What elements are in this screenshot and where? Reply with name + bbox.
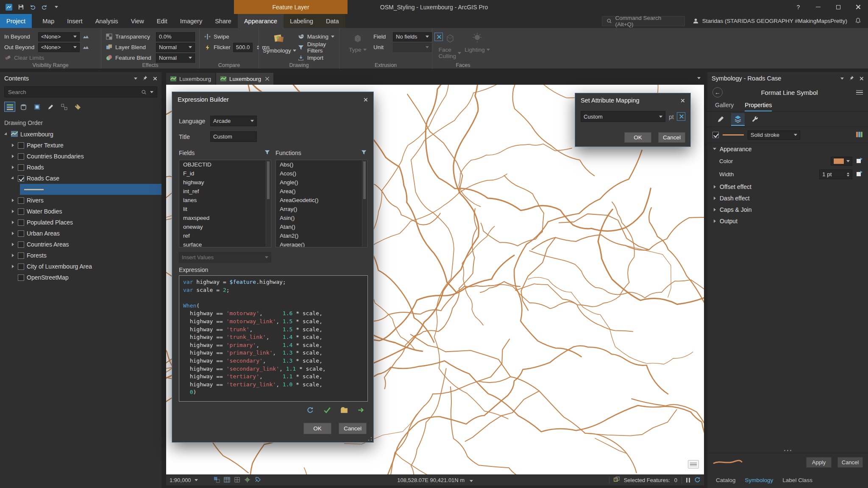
close-icon[interactable] — [153, 77, 157, 80]
coordinates-options-icon[interactable] — [470, 480, 473, 482]
layer-checkbox[interactable] — [18, 241, 24, 248]
apply-button[interactable]: Apply — [806, 457, 832, 468]
layer-checkbox[interactable] — [18, 219, 24, 226]
layer-row[interactable]: Paper Texture — [0, 140, 161, 151]
preview-resize-handle[interactable] — [707, 448, 868, 453]
display-filters-button[interactable]: Display Filters — [298, 42, 335, 53]
ribbon-tab[interactable]: Share — [209, 14, 238, 28]
layer-row[interactable]: Countries Areas — [0, 239, 161, 250]
panel-options-icon[interactable] — [856, 90, 863, 95]
color-attribute-mapping-icon[interactable] — [856, 157, 863, 165]
tab-overflow-icon[interactable] — [697, 77, 701, 79]
function-item[interactable]: Array() — [276, 205, 367, 214]
collapsed-section-header[interactable]: Dash effect — [707, 192, 868, 204]
ribbon-tab[interactable]: Edit — [150, 14, 174, 28]
field-item[interactable]: ref — [179, 231, 271, 240]
field-item[interactable]: maxspeed — [179, 214, 271, 222]
layer-row[interactable]: Water Bodies — [0, 206, 161, 217]
layer-row[interactable]: Roads — [0, 162, 161, 173]
insert-values-combo[interactable]: Insert Values — [179, 252, 271, 263]
function-item[interactable]: Atan2() — [276, 231, 367, 240]
expression-code[interactable]: var highway = $feature.highway;var scale… — [179, 275, 368, 402]
fields-scrollbar[interactable] — [266, 161, 270, 247]
function-item[interactable]: Average() — [276, 240, 367, 247]
contents-search-input[interactable]: Search — [4, 86, 157, 97]
expression-toggle-button[interactable] — [677, 112, 685, 121]
list-by-drawing-order-icon[interactable] — [4, 102, 15, 112]
ribbon-tab[interactable]: Insert — [61, 14, 89, 28]
mapping-value-combo[interactable]: Custom — [581, 111, 665, 122]
symbol-layer-options-icon[interactable] — [856, 131, 863, 139]
ribbon-tab[interactable]: View — [125, 14, 150, 28]
expander-icon[interactable] — [10, 232, 15, 235]
layer-checkbox[interactable] — [18, 252, 24, 259]
functions-filter-icon[interactable] — [361, 150, 367, 156]
title-input[interactable]: Custom — [210, 131, 257, 142]
expander-icon[interactable] — [10, 166, 15, 169]
function-item[interactable]: Area() — [276, 187, 367, 196]
layer-checkbox[interactable] — [18, 164, 24, 171]
redo-icon[interactable] — [41, 3, 48, 11]
close-icon[interactable] — [364, 98, 367, 102]
import-button[interactable]: Import — [298, 53, 335, 63]
customize-qat-icon[interactable] — [53, 3, 60, 11]
map-item-row[interactable]: Luxembourg — [0, 129, 161, 140]
basemap-row[interactable]: OpenStreetMap — [0, 272, 161, 283]
grid-icon[interactable] — [234, 477, 240, 484]
list-by-snapping-icon[interactable] — [58, 102, 70, 112]
expander-icon[interactable] — [10, 265, 15, 268]
clear-limits-button[interactable]: Clear Limits — [4, 53, 97, 63]
expander-icon[interactable] — [10, 221, 15, 224]
save-icon[interactable] — [17, 3, 25, 11]
layer-checkbox[interactable] — [18, 263, 24, 270]
help-button[interactable]: ? — [788, 0, 808, 14]
open-expression-icon[interactable] — [340, 406, 348, 415]
cancel-button[interactable]: Cancel — [658, 132, 685, 143]
layer-checkbox[interactable] — [18, 142, 24, 149]
symbol-structure-tab-icon[interactable] — [748, 113, 762, 126]
expander-icon[interactable] — [10, 210, 15, 213]
attribute-table-icon[interactable] — [224, 477, 230, 484]
list-by-source-icon[interactable] — [18, 102, 29, 112]
function-item[interactable]: Angle() — [276, 178, 367, 187]
pin-icon[interactable] — [142, 75, 147, 82]
map-view-tab[interactable]: Luxembourg — [166, 73, 215, 85]
extrusion-field-combo[interactable]: No fields — [393, 32, 432, 42]
verify-expression-icon[interactable] — [323, 406, 331, 415]
width-input[interactable]: 1 pt — [819, 169, 852, 179]
stroke-type-combo[interactable]: Solid stroke — [748, 130, 800, 140]
select-tool-icon[interactable] — [214, 477, 220, 484]
user-account[interactable]: Staridas (STARIDAS GEOGRAPHY #MakingMaps… — [693, 18, 847, 24]
cancel-button[interactable]: Cancel — [339, 423, 367, 434]
tab-properties[interactable]: Properties — [745, 102, 772, 111]
reset-expression-icon[interactable] — [306, 406, 314, 415]
refresh-icon[interactable] — [694, 477, 701, 484]
face-culling-button[interactable]: Face Culling — [437, 31, 463, 60]
map-overview-toggle[interactable] — [688, 460, 699, 469]
function-item[interactable]: Acos() — [276, 169, 367, 178]
undo-icon[interactable] — [29, 3, 36, 11]
extrusion-type-button[interactable]: Type — [344, 31, 372, 54]
map-coordinates[interactable]: 108,528.07E 90,421.01N m — [397, 477, 465, 483]
field-item[interactable]: highway — [179, 178, 271, 187]
layer-row[interactable]: Rivers — [0, 195, 161, 206]
cancel-button[interactable]: Cancel — [837, 457, 863, 468]
symbol-general-tab-icon[interactable] — [714, 113, 728, 126]
feature-blend-combo[interactable]: Normal — [156, 53, 195, 63]
close-icon[interactable] — [860, 77, 863, 80]
list-by-labeling-icon[interactable] — [72, 102, 83, 112]
ok-button[interactable]: OK — [303, 423, 331, 434]
layer-checkbox[interactable] — [18, 175, 24, 182]
field-item[interactable]: int_ref — [179, 187, 271, 196]
field-item[interactable]: surface — [179, 240, 271, 247]
snapping-icon[interactable] — [244, 477, 250, 484]
layer-row[interactable]: Roads Case — [0, 173, 161, 184]
in-beyond-combo[interactable]: <None> — [38, 32, 80, 42]
search-options-icon[interactable] — [150, 91, 153, 93]
layer-checkbox[interactable] — [18, 274, 24, 281]
close-button[interactable] — [848, 0, 868, 14]
lighting-button[interactable]: Lighting — [465, 31, 490, 60]
export-expression-icon[interactable] — [357, 406, 365, 415]
expander-icon[interactable] — [10, 144, 15, 147]
extrusion-unit-combo[interactable] — [393, 43, 432, 52]
